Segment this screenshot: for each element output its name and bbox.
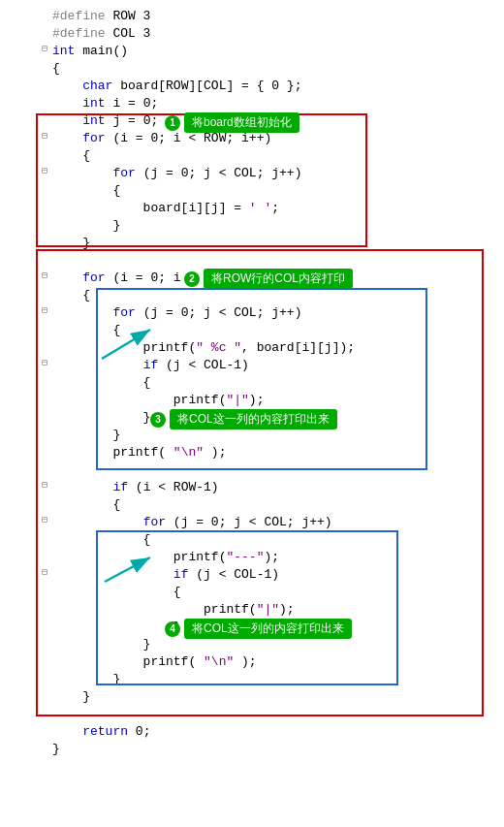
code-line-34: } 4 将COL这一列的内容打印出来 (0, 619, 504, 636)
code-line-37: } (0, 671, 504, 688)
code-line-29: { (0, 531, 504, 549)
code-text-28: for (j = 0; j < COL; j++) (52, 514, 332, 531)
code-line-blank2 (0, 461, 504, 479)
fold-20: ⊟ (39, 357, 50, 368)
code-line-10: ⊟ for (j = 0; j < COL; j++) (0, 165, 504, 182)
code-line-25: printf( "\n" ); (0, 444, 504, 461)
fold-15: ⊟ (39, 270, 50, 281)
annotation-1-container: 1 将board数组初始化 (165, 112, 299, 133)
fold-28: ⊟ (39, 514, 50, 525)
code-line-17: ⊟ for (j = 0; j < COL; j++) (0, 304, 504, 322)
code-line-2: #define COL 3 (0, 25, 504, 43)
code-line-27: { (0, 496, 504, 514)
code-line-11: { (0, 182, 504, 200)
fold-31: ⊟ (39, 566, 50, 578)
code-text-18: { (52, 322, 120, 339)
badge-4: 4 (165, 621, 180, 637)
code-text-4: { (52, 60, 60, 78)
code-text-6: int i = 0; (52, 95, 158, 112)
code-text-35: } (52, 636, 150, 653)
code-text-19: printf(" %c ", board[i][j]); (52, 339, 355, 357)
code-text-31: if (j < COL-1) (52, 566, 279, 584)
code-text-33: printf("|"); (52, 601, 295, 619)
code-line-28: ⊟ for (j = 0; j < COL; j++) (0, 514, 504, 531)
code-text-32: { (52, 584, 181, 601)
code-text-27: { (52, 496, 120, 514)
code-text-36: printf( "\n" ); (52, 653, 257, 671)
badge-1: 1 (165, 115, 180, 131)
code-line-40: } (0, 741, 504, 758)
fold-3: ⊟ (39, 43, 50, 54)
annotation-4-container: 4 将COL这一列的内容打印出来 (165, 619, 352, 639)
code-text-37: } (52, 671, 120, 688)
annotation-4-text: 将COL这一列的内容打印出来 (184, 619, 352, 639)
code-line-13: } (0, 217, 504, 235)
code-text-11: { (52, 182, 120, 200)
code-line-3: ⊟ int main() (0, 43, 504, 60)
code-line-20: ⊟ if (j < COL-1) (0, 357, 504, 374)
code-text-5: char board[ROW][COL] = { 0 }; (52, 78, 301, 95)
code-line-21: { (0, 374, 504, 392)
code-text-25: printf( "\n" ); (52, 444, 226, 461)
code-text-24: } (52, 427, 120, 444)
code-line-26: ⊟ if (i < ROW-1) (0, 479, 504, 496)
code-text-12: board[i][j] = ' '; (52, 200, 279, 217)
code-line-9: { (0, 147, 504, 165)
fold-26: ⊟ (39, 479, 50, 491)
code-line-23: } 3 将COL这一列的内容打印出来 (0, 409, 504, 427)
code-line-30: printf("---"); (0, 549, 504, 566)
fold-17: ⊟ (39, 304, 50, 316)
code-line-22: printf("|"); (0, 392, 504, 409)
code-text-14: } (52, 235, 90, 252)
badge-2: 2 (184, 271, 200, 287)
code-line-31: ⊟ if (j < COL-1) (0, 566, 504, 584)
code-text-17: for (j = 0; j < COL; j++) (52, 304, 301, 322)
badge-3: 3 (150, 412, 166, 428)
code-text-20: if (j < COL-1) (52, 357, 249, 374)
code-text-39: return 0; (52, 723, 150, 741)
code-line-18: { (0, 322, 504, 339)
code-text-16: { (52, 287, 90, 304)
code-line-19: printf(" %c ", board[i][j]); (0, 339, 504, 357)
code-text-29: { (52, 531, 150, 549)
fold-8: ⊟ (39, 130, 50, 142)
code-text-7: int j = 0; (52, 112, 158, 130)
code-line-12: board[i][j] = ' '; (0, 200, 504, 217)
code-line-6: int i = 0; (0, 95, 504, 112)
code-text-26: if (i < ROW-1) (52, 479, 219, 496)
annotation-2-text: 将ROW行的COL内容打印 (204, 269, 353, 289)
code-text-21: { (52, 374, 150, 392)
code-text-1: #define ROW 3 (52, 8, 150, 25)
annotation-1-text: 将board数组初始化 (184, 112, 299, 133)
code-text-22: printf("|"); (52, 392, 264, 409)
code-line-16: { (0, 287, 504, 304)
code-text-23: } (52, 409, 150, 427)
code-line-15: ⊟ for (i = 0; i < ROW; i++) 2 将ROW行的COL内… (0, 270, 504, 287)
code-text-3: int main() (52, 43, 128, 60)
code-container: #define ROW 3 #define COL 3 ⊟ int main()… (0, 0, 504, 766)
code-text-10: for (j = 0; j < COL; j++) (52, 165, 301, 182)
code-line-39: return 0; (0, 723, 504, 741)
code-line-blank1 (0, 252, 504, 270)
fold-10: ⊟ (39, 165, 50, 176)
code-line-blank3 (0, 706, 504, 723)
code-line-1: #define ROW 3 (0, 8, 504, 25)
code-line-14: } (0, 235, 504, 252)
code-line-32: { (0, 584, 504, 601)
code-line-7: int j = 0; 1 将board数组初始化 (0, 112, 504, 130)
code-text-34: } (52, 619, 181, 636)
annotation-2-container: 2 将ROW行的COL内容打印 (184, 269, 353, 289)
code-text-30: printf("---"); (52, 549, 279, 566)
code-line-5: char board[ROW][COL] = { 0 }; (0, 78, 504, 95)
code-line-33: printf("|"); (0, 601, 504, 619)
code-text-9: { (52, 147, 90, 165)
annotation-3-container: 3 将COL这一列的内容打印出来 (150, 409, 337, 429)
code-text-2: #define COL 3 (52, 25, 150, 43)
annotation-3-text: 将COL这一列的内容打印出来 (170, 409, 337, 429)
code-line-38: } (0, 688, 504, 706)
code-line-36: printf( "\n" ); (0, 653, 504, 671)
code-line-4: { (0, 60, 504, 78)
code-text-13: } (52, 217, 120, 235)
code-text-38: } (52, 688, 90, 706)
code-text-40: } (52, 741, 60, 758)
